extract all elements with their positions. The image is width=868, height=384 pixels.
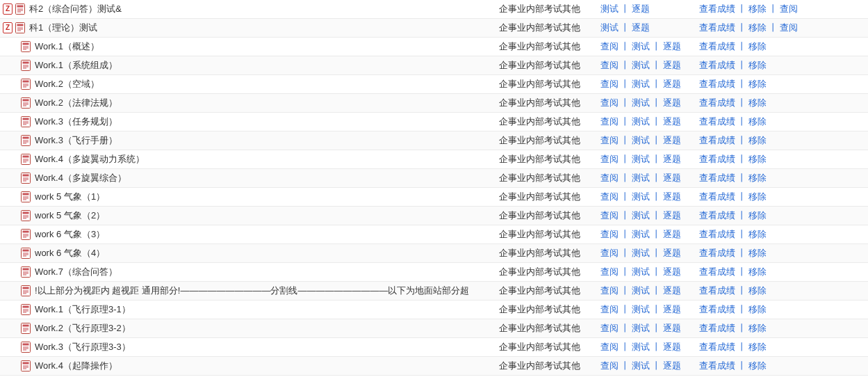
remove-link[interactable]: 移除 xyxy=(748,135,767,145)
row-title[interactable]: Work.1（概述） xyxy=(35,40,99,53)
remove-link[interactable]: 移除 xyxy=(748,266,767,277)
row-title[interactable]: Work.4（多旋翼综合） xyxy=(35,172,126,184)
row-title[interactable]: Work.3（飞行手册） xyxy=(35,134,117,147)
each-question-link[interactable]: 逐题 xyxy=(663,135,681,145)
each-question-link[interactable]: 逐题 xyxy=(632,3,650,14)
remove-link[interactable]: 移除 xyxy=(748,41,767,51)
row-title[interactable]: Work.1（飞行原理3-1） xyxy=(35,303,131,316)
view-link[interactable]: 查阅 xyxy=(600,229,619,239)
view-scores-link[interactable]: 查看成绩 xyxy=(699,173,735,183)
test-link[interactable]: 测试 xyxy=(632,266,650,277)
test-link[interactable]: 测试 xyxy=(632,116,650,127)
row-title[interactable]: Work.2（法律法规） xyxy=(35,97,117,109)
each-question-link[interactable]: 逐题 xyxy=(663,97,681,108)
each-question-link[interactable]: 逐题 xyxy=(663,266,681,277)
remove-link[interactable]: 移除 xyxy=(748,323,767,333)
each-question-link[interactable]: 逐题 xyxy=(663,173,681,183)
view-link[interactable]: 查阅 xyxy=(600,135,619,145)
row-title[interactable]: Work.4（多旋翼动力系统） xyxy=(35,153,145,166)
test-link[interactable]: 测试 xyxy=(600,3,619,14)
test-link[interactable]: 测试 xyxy=(632,360,650,371)
remove-link[interactable]: 移除 xyxy=(748,97,767,108)
remove-link[interactable]: 移除 xyxy=(748,154,767,164)
remove-link[interactable]: 移除 xyxy=(748,342,767,352)
test-link[interactable]: 测试 xyxy=(632,60,650,70)
each-question-link[interactable]: 逐题 xyxy=(663,116,681,127)
each-question-link[interactable]: 逐题 xyxy=(663,342,681,352)
view-link[interactable]: 查阅 xyxy=(600,285,619,296)
each-question-link[interactable]: 逐题 xyxy=(663,191,681,202)
remove-link[interactable]: 移除 xyxy=(748,22,767,33)
row-title[interactable]: Work.4（起降操作） xyxy=(35,360,117,372)
view-link[interactable]: 查阅 xyxy=(600,79,619,89)
remove-link[interactable]: 移除 xyxy=(748,60,767,70)
view-scores-link[interactable]: 查看成绩 xyxy=(699,191,735,202)
remove-link[interactable]: 移除 xyxy=(748,229,767,239)
view-scores-link[interactable]: 查看成绩 xyxy=(699,342,735,352)
view-link[interactable]: 查阅 xyxy=(600,210,619,221)
test-link[interactable]: 测试 xyxy=(632,41,650,51)
view-scores-link[interactable]: 查看成绩 xyxy=(699,3,735,14)
remove-link[interactable]: 移除 xyxy=(748,79,767,89)
view-link[interactable]: 查阅 xyxy=(600,342,619,352)
view-scores-link[interactable]: 查看成绩 xyxy=(699,323,735,333)
view-scores-link[interactable]: 查看成绩 xyxy=(699,135,735,145)
view-link[interactable]: 查阅 xyxy=(600,173,619,183)
view-scores-link[interactable]: 查看成绩 xyxy=(699,285,735,296)
remove-link[interactable]: 移除 xyxy=(748,304,767,314)
view-scores-link[interactable]: 查看成绩 xyxy=(699,266,735,277)
row-title[interactable]: 科1（理论）测试 xyxy=(29,22,97,34)
each-question-link[interactable]: 逐题 xyxy=(663,360,681,371)
view-scores-link[interactable]: 查看成绩 xyxy=(699,304,735,314)
view-link[interactable]: 查阅 xyxy=(600,154,619,164)
row-title[interactable]: Work.7（综合问答） xyxy=(35,266,117,278)
test-link[interactable]: 测试 xyxy=(632,342,650,352)
test-link[interactable]: 测试 xyxy=(632,191,650,202)
each-question-link[interactable]: 逐题 xyxy=(663,229,681,239)
view-link[interactable]: 查阅 xyxy=(600,191,619,202)
row-title[interactable]: Work.3（任务规划） xyxy=(35,115,117,128)
view-scores-link[interactable]: 查看成绩 xyxy=(699,97,735,108)
row-title[interactable]: !以上部分为视距内 超视距 通用部分!——————————分割线————————… xyxy=(35,285,469,297)
view-link[interactable]: 查阅 xyxy=(600,323,619,333)
row-title[interactable]: Work.2（飞行原理3-2） xyxy=(35,322,131,335)
view-scores-link[interactable]: 查看成绩 xyxy=(699,60,735,70)
each-question-link[interactable]: 逐题 xyxy=(663,323,681,333)
remove-link[interactable]: 移除 xyxy=(748,210,767,221)
test-link[interactable]: 测试 xyxy=(632,79,650,89)
view-scores-link[interactable]: 查看成绩 xyxy=(699,229,735,239)
row-title[interactable]: 科2（综合问答）测试& xyxy=(29,3,122,15)
test-link[interactable]: 测试 xyxy=(632,248,650,258)
test-link[interactable]: 测试 xyxy=(632,285,650,296)
view-scores-link[interactable]: 查看成绩 xyxy=(699,79,735,89)
each-question-link[interactable]: 逐题 xyxy=(663,60,681,70)
each-question-link[interactable]: 逐题 xyxy=(663,285,681,296)
view-link[interactable]: 查阅 xyxy=(600,248,619,258)
each-question-link[interactable]: 逐题 xyxy=(663,210,681,221)
view-scores-link[interactable]: 查看成绩 xyxy=(699,154,735,164)
each-question-link[interactable]: 逐题 xyxy=(663,304,681,314)
view-link[interactable]: 查阅 xyxy=(600,360,619,371)
remove-link[interactable]: 移除 xyxy=(748,173,767,183)
view-link[interactable]: 查阅 xyxy=(600,97,619,108)
remove-link[interactable]: 移除 xyxy=(748,285,767,296)
view-link[interactable]: 查阅 xyxy=(600,304,619,314)
view-scores-link[interactable]: 查看成绩 xyxy=(699,41,735,51)
remove-link[interactable]: 移除 xyxy=(748,360,767,371)
row-title[interactable]: Work.3（飞行原理3-3） xyxy=(35,341,131,353)
test-link[interactable]: 测试 xyxy=(632,97,650,108)
remove-link[interactable]: 移除 xyxy=(748,3,767,14)
test-link[interactable]: 测试 xyxy=(632,323,650,333)
each-question-link[interactable]: 逐题 xyxy=(663,248,681,258)
view-scores-link[interactable]: 查看成绩 xyxy=(699,116,735,127)
view-link[interactable]: 查阅 xyxy=(600,266,619,277)
test-link[interactable]: 测试 xyxy=(632,210,650,221)
row-title[interactable]: work 5 气象（2） xyxy=(35,209,105,222)
view-link[interactable]: 查阅 xyxy=(600,60,619,70)
each-question-link[interactable]: 逐题 xyxy=(663,79,681,89)
remove-link[interactable]: 移除 xyxy=(748,191,767,202)
test-link[interactable]: 测试 xyxy=(632,135,650,145)
view-link[interactable]: 查阅 xyxy=(780,22,798,33)
test-link[interactable]: 测试 xyxy=(632,229,650,239)
row-title[interactable]: work 6 气象（3） xyxy=(35,228,105,241)
